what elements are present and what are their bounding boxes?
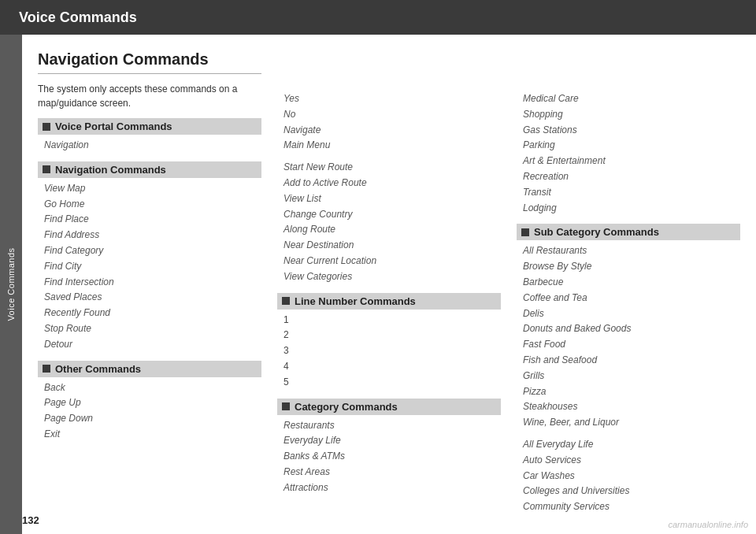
section-subcategory-header: Sub Category Commands (517, 224, 740, 240)
cmd-grills: Grills (517, 369, 740, 384)
cmd-browse-by-style: Browse By Style (517, 259, 740, 275)
cmd-fast-food: Fast Food (517, 337, 740, 353)
cmd-auto-services: Auto Services (517, 453, 740, 469)
cmd-near-current-location: Near Current Location (277, 254, 501, 269)
cmd-along-route: Along Route (277, 222, 501, 238)
cmd-delis: Delis (517, 306, 740, 322)
header-bar: Voice Commands (0, 0, 756, 35)
section-square-icon4 (282, 297, 290, 305)
cmd-car-washes: Car Washes (517, 469, 740, 484)
cmd-go-home: Go Home (38, 197, 261, 213)
section-line-number-title: Line Number Commands (295, 295, 416, 307)
cmd-1: 1 (277, 313, 501, 328)
cmd-donuts-baked-goods: Donuts and Baked Goods (517, 321, 740, 337)
cmd-colleges-universities: Colleges and Universities (517, 484, 740, 499)
cmd-view-map: View Map (38, 181, 261, 197)
cmd-4: 4 (277, 359, 501, 375)
section-nav-commands-header: Navigation Commands (38, 161, 261, 178)
cmd-back: Back (38, 380, 261, 396)
cmd-find-place: Find Place (38, 212, 261, 228)
section-other-commands-header: Other Commands (38, 361, 261, 377)
page-title: Navigation Commands (38, 50, 261, 74)
cmd-page-up: Page Up (38, 395, 261, 411)
section-square-icon6 (521, 228, 529, 236)
section-category-header: Category Commands (277, 399, 501, 415)
col1: Navigation Commands The system only acce… (38, 50, 269, 510)
section-subcategory-title: Sub Category Commands (534, 226, 659, 238)
cmd-find-address: Find Address (38, 228, 261, 243)
cmd-navigate: Navigate (277, 123, 501, 139)
section-square-icon3 (43, 365, 50, 373)
cmd-transit: Transit (517, 185, 740, 201)
cmd-change-country: Change Country (277, 207, 501, 223)
cmd-add-to-active-route: Add to Active Route (277, 176, 501, 191)
cmd-pizza: Pizza (517, 384, 740, 400)
cmd-stop-route: Stop Route (38, 321, 261, 337)
cmd-near-destination: Near Destination (277, 238, 501, 254)
cmd-main-menu: Main Menu (277, 138, 501, 154)
cmd-all-everyday-life: All Everyday Life (517, 437, 740, 453)
cmd-fish-seafood: Fish and Seafood (517, 353, 740, 369)
cmd-rest-areas: Rest Areas (277, 465, 501, 480)
cmd-2: 2 (277, 328, 501, 343)
section-square-icon (43, 123, 50, 131)
section-square-icon5 (282, 402, 290, 410)
cmd-3: 3 (277, 343, 501, 359)
cmd-find-category: Find Category (38, 243, 261, 259)
cmd-barbecue: Barbecue (517, 275, 740, 291)
cmd-banks-atms: Banks & ATMs (277, 449, 501, 465)
cmd-detour: Detour (38, 337, 261, 353)
side-tab-label: Voice Commands (6, 247, 16, 321)
cmd-yes: Yes (277, 91, 501, 107)
cmd-all-restaurants: All Restaurants (517, 243, 740, 259)
cmd-steakhouses: Steakhouses (517, 399, 740, 415)
cmd-everyday-life: Everyday Life (277, 433, 501, 449)
section-category-title: Category Commands (295, 401, 398, 413)
cmd-view-categories: View Categories (277, 269, 501, 285)
section-intro: The system only accepts these commands o… (38, 82, 261, 110)
cmd-view-list: View List (277, 191, 501, 207)
cmd-navigation: Navigation (38, 138, 261, 154)
cmd-art-entertainment: Art & Entertainment (517, 154, 740, 169)
section-other-commands-title: Other Commands (55, 363, 141, 375)
cmd-community-services: Community Services (517, 499, 740, 515)
cmd-parking: Parking (517, 138, 740, 154)
cmd-restaurants: Restaurants (277, 418, 501, 434)
cmd-find-city: Find City (38, 259, 261, 275)
header-title: Voice Commands (19, 9, 137, 26)
cmd-exit: Exit (38, 427, 261, 443)
main-content: Navigation Commands The system only acce… (22, 35, 756, 534)
cmd-attractions: Attractions (277, 480, 501, 496)
section-line-number-header: Line Number Commands (277, 293, 501, 310)
section-square-icon2 (43, 165, 50, 173)
cmd-medical-care: Medical Care (517, 91, 740, 107)
side-tab: Voice Commands (0, 35, 22, 534)
cmd-gas-stations: Gas Stations (517, 123, 740, 139)
cmd-no: No (277, 107, 501, 123)
cmd-5: 5 (277, 375, 501, 391)
cmd-wine-beer-liquor: Wine, Beer, and Liquor (517, 415, 740, 431)
section-voice-portal-header: Voice Portal Commands (38, 118, 261, 135)
cmd-coffee-and-tea: Coffee and Tea (517, 291, 740, 306)
cmd-shopping: Shopping (517, 107, 740, 123)
cmd-recreation: Recreation (517, 169, 740, 185)
cmd-page-down: Page Down (38, 411, 261, 427)
section-voice-portal-title: Voice Portal Commands (55, 121, 172, 132)
watermark: carmanualonline.info (668, 520, 748, 529)
section-nav-commands-title: Navigation Commands (55, 164, 166, 176)
col3: Medical Care Shopping Gas Stations Parki… (509, 50, 740, 510)
cmd-recently-found: Recently Found (38, 306, 261, 321)
cmd-saved-places: Saved Places (38, 290, 261, 306)
cmd-find-intersection: Find Intersection (38, 275, 261, 291)
cmd-lodging: Lodging (517, 201, 740, 217)
cmd-start-new-route: Start New Route (277, 160, 501, 176)
col2: Yes No Navigate Main Menu Start New Rout… (269, 50, 509, 510)
